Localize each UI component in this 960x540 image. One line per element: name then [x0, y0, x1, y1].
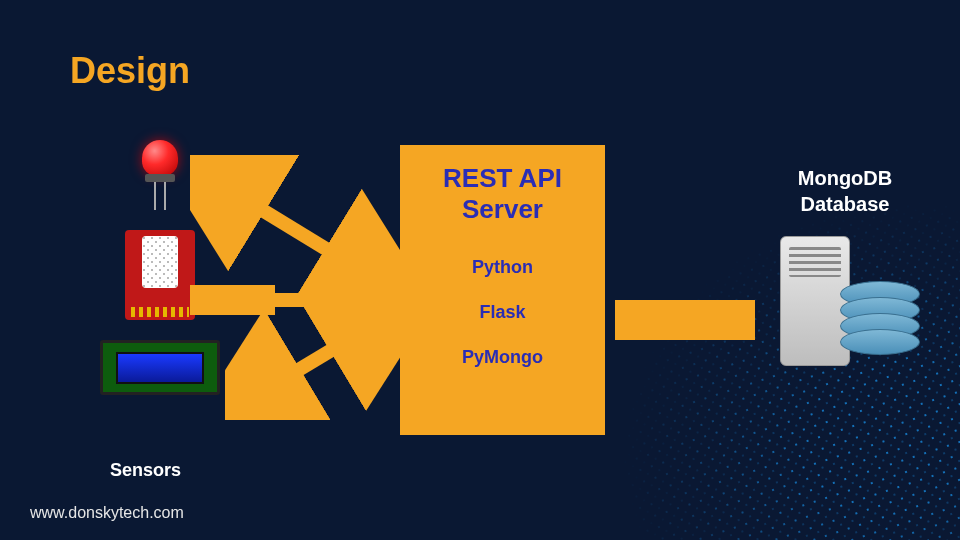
- watermark-url: www.donskytech.com: [30, 504, 184, 522]
- server-tech-python: Python: [472, 257, 533, 278]
- arrow-led-to-server: [190, 155, 400, 300]
- slide-title: Design: [70, 50, 190, 92]
- svg-line-2: [205, 175, 385, 285]
- rest-api-server-box: REST APIServer Python Flask PyMongo: [400, 145, 605, 435]
- sensors-label: Sensors: [110, 460, 181, 481]
- server-title: REST APIServer: [443, 163, 562, 225]
- server-tech-pymongo: PyMongo: [462, 347, 543, 368]
- arrow-lcd-to-server: [225, 300, 405, 420]
- database-column: MongoDBDatabase: [760, 165, 930, 381]
- led-icon: [135, 140, 185, 210]
- database-label: MongoDBDatabase: [798, 165, 892, 217]
- server-tech-flask: Flask: [479, 302, 525, 323]
- database-server-icon: [770, 231, 920, 381]
- svg-line-4: [240, 315, 390, 405]
- dht-sensor-icon: [125, 230, 195, 320]
- arrow-server-to-db: [615, 300, 755, 340]
- lcd-icon: [100, 340, 220, 395]
